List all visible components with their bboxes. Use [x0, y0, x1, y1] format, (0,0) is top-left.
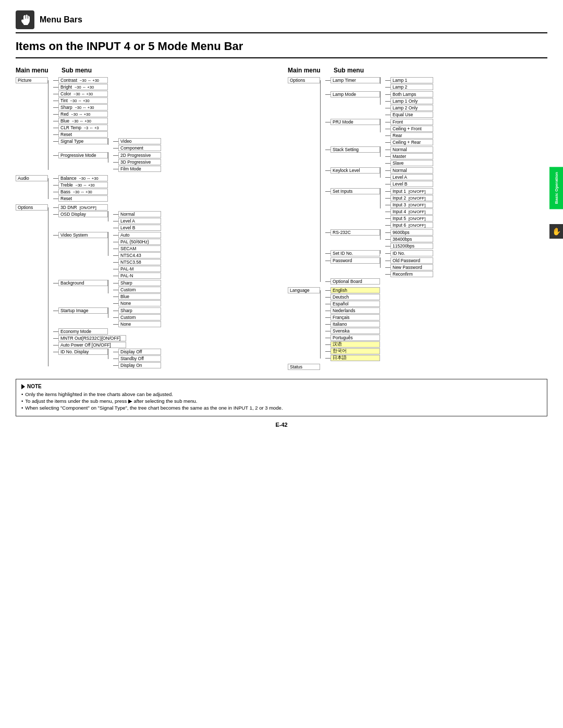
reset-pic-row: Reset — [53, 131, 161, 138]
page-number: E-42 — [16, 422, 547, 428]
standbyoff-item: Standby Off — [118, 355, 161, 362]
ntsc443-item: NTSC4.43 — [118, 252, 161, 258]
right-col-headers: Main menu Sub menu — [288, 67, 547, 74]
note-text-2: To adjust the items under the sub menu, … — [25, 398, 197, 404]
francais-item: Français — [331, 314, 380, 320]
blue-row: Blue −30 ↔ +30 — [53, 118, 161, 124]
kl-normal-item: Normal — [390, 167, 433, 174]
color-row: Color −30 ↔ +30 — [53, 91, 161, 97]
input5-item: Input 5 [ON/OFF] — [390, 215, 433, 221]
sidebar-tab: Basic Operation — [549, 167, 563, 209]
2d-progressive-item: 2D Progressive — [118, 152, 161, 158]
osd-levela-item: Level A — [118, 218, 161, 224]
startupimg-sub: Sharp Custom None — [113, 307, 161, 328]
lamp1only-item: Lamp 1 Only — [390, 98, 433, 104]
stack-normal-item: Normal — [390, 146, 433, 153]
balance-item: Balance −30 ↔ +30 — [58, 175, 108, 181]
newpwd-item: New Password — [390, 264, 433, 270]
audio-section: Audio Balance −30 ↔ +30 — [16, 175, 275, 202]
picture-main: Picture — [16, 77, 48, 83]
lamp2only-item: Lamp 2 Only — [390, 105, 433, 111]
economy-item: Economy Mode — [58, 328, 108, 335]
prjmode-row: PRJ Mode Front — [325, 119, 433, 146]
lampmode-item: Lamp Mode — [331, 91, 380, 97]
setinputs-row: Set Inputs Input 1 [ON/OFF] — [325, 188, 433, 229]
rs232c-item: RS-232C — [331, 229, 380, 236]
baud38400-item: 38400bps — [390, 236, 433, 242]
input3-item: Input 3 [ON/OFF] — [390, 202, 433, 208]
idno-val-item: ID No. — [390, 250, 433, 256]
tint-row: Tint −30 ↔ +30 — [53, 97, 161, 104]
kl-levelb-item: Level B — [390, 181, 433, 187]
lamptimer-sub: Lamp 1 Lamp 2 — [385, 77, 433, 91]
portugues-item: Português — [331, 335, 380, 341]
right-sub-header: Sub menu — [334, 67, 364, 74]
video-item: Video — [118, 138, 161, 144]
balance-row: Balance −30 ↔ +30 — [53, 175, 108, 181]
japanese-item: 日本語 — [331, 355, 380, 361]
sharp-item: Sharp −30 ↔ +30 — [58, 104, 108, 110]
bg-blue-item: Blue — [118, 293, 161, 300]
language-sub-list: English Deutsch Español — [325, 287, 380, 362]
left-menu-col: Main menu Sub menu Picture — [16, 67, 275, 371]
language-section: Language English — [288, 287, 547, 362]
stacksetting-sub: Normal Master Slave — [385, 146, 433, 167]
hand-sidebar-icon: ✋ — [552, 227, 561, 236]
rear-item: Rear — [390, 132, 433, 139]
si-sharp-item: Sharp — [118, 307, 161, 314]
note-item-2: • To adjust the items under the sub menu… — [21, 398, 542, 404]
keylock-item: Keylock Level — [331, 167, 380, 174]
secam-item: SECAM — [118, 245, 161, 252]
bg-sharp-item: Sharp — [118, 280, 161, 286]
blue-item: Blue −30 ↔ +30 — [58, 118, 108, 124]
ceilingrear-item: Ceiling + Rear — [390, 139, 433, 145]
korean-row: 한국어 — [325, 348, 380, 354]
chinese-item: 汉语 — [331, 341, 380, 348]
optboard-item: Optional Board — [331, 278, 380, 285]
bright-item: Bright −30 ↔ +30 — [58, 84, 108, 90]
bass-row: Bass −30 ↔ +30 — [53, 189, 108, 195]
displayon-item: Display On — [118, 362, 161, 368]
3ddnr-row: 3D DNR [ON/OFF] — [53, 204, 161, 211]
3d-progressive-item: 3D Progressive — [118, 159, 161, 165]
signaltype-sub: Video Component — [113, 138, 161, 152]
tint-item: Tint −30 ↔ +30 — [58, 97, 108, 104]
component-item: Component — [118, 145, 161, 151]
ceilingfront-item: Ceiling + Front — [390, 126, 433, 132]
kl-levela-item: Level A — [390, 174, 433, 180]
input6-item: Input 6 [ON/OFF] — [390, 222, 433, 228]
lampmode-row: Lamp Mode Both Lamps — [325, 91, 433, 118]
lamptimer-row: Lamp Timer Lamp 1 — [325, 77, 433, 91]
nederlands-row: Nederlands — [325, 307, 380, 314]
bright-row: Bright −30 ↔ +30 — [53, 84, 161, 90]
bass-item: Bass −30 ↔ +30 — [58, 189, 108, 195]
front-item: Front — [390, 119, 433, 125]
english-item: English — [331, 287, 380, 293]
lamp1-timer-item: Lamp 1 — [390, 77, 433, 83]
idno-row: ID No. Display Display Off — [53, 349, 161, 369]
prjmode-item: PRJ Mode — [331, 119, 380, 125]
italiano-item: Italiano — [331, 321, 380, 327]
right-main-header: Main menu — [288, 67, 325, 74]
videosys-item: Video System — [58, 232, 108, 238]
keylock-sub: Normal Level A Level B — [385, 167, 433, 188]
osd-item: OSD Display — [58, 211, 108, 217]
videosys-row: Video System Auto — [53, 232, 161, 279]
options-right-main: Options — [288, 77, 320, 83]
svenska-row: Svenska — [325, 328, 380, 334]
left-main-header: Main menu — [16, 67, 53, 74]
ntsc358-item: NTSC3.58 — [118, 259, 161, 265]
clrtemp-item: CLR Temp −3 ↔ +3 — [58, 125, 108, 131]
videosys-sub: Auto PAL (50/60Hz) SECAM — [113, 232, 161, 279]
bg-none-item: None — [118, 300, 161, 306]
auto-item: Auto — [118, 232, 161, 238]
rs232c-row: RS-232C 9600bps — [325, 229, 433, 250]
audio-main: Audio — [16, 175, 48, 181]
stack-master-item: Master — [390, 153, 433, 159]
palm-item: PAL-M — [118, 266, 161, 272]
3ddnr-item: 3D DNR [ON/OFF] — [58, 204, 108, 211]
color-item: Color −30 ↔ +30 — [58, 91, 108, 97]
options-left-main: Options — [16, 204, 48, 211]
language-main: Language — [288, 287, 320, 293]
page-title: Items on the INPUT 4 or 5 Mode Menu Bar — [16, 40, 547, 58]
